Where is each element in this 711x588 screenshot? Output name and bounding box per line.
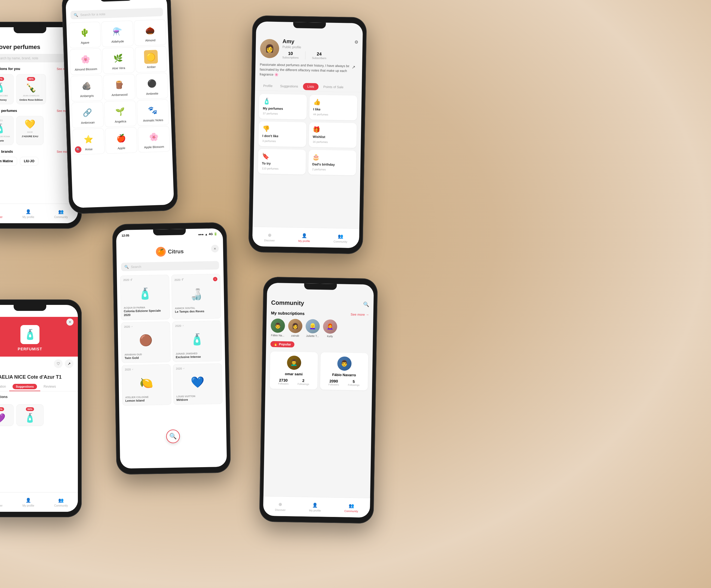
perfume-arabian-oud[interactable]: 2020 ♂ 🟤 ARABIAN OUD Twin Gold bbox=[121, 322, 171, 363]
ingredient-apple-blossom[interactable]: 🌸 Apple Blossom bbox=[137, 126, 170, 153]
nav-profile-6[interactable]: 👤 My profile bbox=[309, 502, 321, 512]
sub-avatar-juliette[interactable]: 👱‍♀️ Juliette T... bbox=[305, 319, 320, 337]
nav-profile-3[interactable]: 👤 My profile bbox=[298, 233, 310, 243]
popular-card-fabio[interactable]: 👨 Fábio Navarro 2090 Followers 5 Followi… bbox=[320, 352, 368, 390]
suggestion-2[interactable]: 84% 🧴 bbox=[16, 404, 44, 426]
fabio-followings-num: 5 bbox=[352, 379, 355, 384]
profile-nav-icon-6: 👤 bbox=[312, 502, 318, 508]
list-wishlist[interactable]: 🎁 Wishlist 16 perfumes bbox=[309, 122, 357, 148]
nav-profile-1[interactable]: 👤 My profile bbox=[22, 209, 34, 219]
omar-followings-stat: 2 Followings bbox=[298, 378, 309, 386]
ingredient-anise[interactable]: 🔍 ⭐ Anise bbox=[72, 128, 105, 155]
nav-community-1[interactable]: 👥 Community bbox=[54, 209, 68, 219]
list-i-dont-like[interactable]: 👎 I don't like 3 perfumes bbox=[258, 122, 306, 147]
gender-lv: ♂ bbox=[183, 367, 185, 370]
sub-name-fabio: Fábio Na... bbox=[271, 334, 284, 337]
perfume-img-4: 💛 bbox=[24, 119, 36, 129]
share-icon-perfumist[interactable]: ↗ bbox=[65, 360, 73, 368]
ingredient-almond[interactable]: 🌰 Almond bbox=[134, 19, 166, 46]
citrus-logo-icon: 🍊 bbox=[156, 247, 166, 257]
ingredient-aloe-vera[interactable]: 🌿 Aloe Vera bbox=[102, 47, 134, 74]
sub-avatar-fabio[interactable]: 👨 Fábio Na... bbox=[271, 319, 285, 337]
perfume-annick-goutal[interactable]: 2020 ⚥ + 🍶 ANNICK GOUTAL Le Temps des Re… bbox=[171, 274, 221, 319]
nav-discover-5[interactable]: ⊕ Discover bbox=[0, 497, 2, 507]
scan-search-button[interactable]: 🔍 bbox=[166, 430, 180, 443]
fabio-followers-num: 2090 bbox=[329, 379, 338, 384]
tab-suggestions-perfumist[interactable]: Suggestions bbox=[9, 383, 40, 391]
heart-icon[interactable]: ♡ bbox=[54, 360, 63, 368]
suggestions-section-label: Suggestions bbox=[0, 391, 78, 402]
lists-grid: 🧴 My perfumes 37 perfumes 👍 I like 44 pe… bbox=[254, 91, 362, 179]
i-like-icon: 👍 bbox=[313, 99, 353, 106]
omar-stats: 2730 Followers 2 Followings bbox=[274, 378, 314, 386]
perfume-ombre-rose[interactable]: 96% 🍾 JEAN-CHARLES Ombre Rose Edition bbox=[16, 74, 46, 104]
nav-discover-3[interactable]: ⊕ Discover bbox=[264, 232, 275, 242]
almond-icon: 🌰 bbox=[143, 23, 157, 37]
ingredient-animatic-notes[interactable]: 🐾 Animatic Notes bbox=[137, 100, 169, 126]
ingredient-aldehyde[interactable]: ⚗️ Aldehyde bbox=[101, 20, 134, 47]
ingredient-angelica[interactable]: 🌱 Angelica bbox=[104, 101, 136, 127]
settings-icon[interactable]: ⚙ bbox=[354, 40, 358, 45]
tab-suggestions[interactable]: Suggestions bbox=[276, 81, 302, 91]
brand-chip-2[interactable]: LIU·JO bbox=[20, 157, 39, 166]
amber-icon: 🟡 bbox=[144, 50, 158, 64]
perfume-acqua-di-parma[interactable]: 2020 ⚥ 🧴 ACQUA DI PARMA Colonia Edizione… bbox=[120, 275, 170, 320]
nav-community-3[interactable]: 👥 Community bbox=[333, 233, 347, 243]
list-my-perfumes[interactable]: 🧴 My perfumes 37 perfumes bbox=[259, 94, 307, 119]
perfume-pink-honey[interactable]: 97% 🧴 MARC JACOBS Pink Honey bbox=[0, 74, 14, 104]
perfume-atelier[interactable]: 2020 ♂ 🍋 ATELIER COLOGNE Lemon Island bbox=[122, 364, 172, 406]
ingredient-ambergris[interactable]: 🪨 Ambergris bbox=[70, 75, 103, 102]
citrus-search-bar[interactable]: 🔍 Search bbox=[121, 261, 219, 271]
tab-reviews-perfumist[interactable]: Reviews bbox=[40, 383, 59, 391]
perfume-louis-vuitton[interactable]: 2020 ♂ 💙 LOUIS VUITTON Météore bbox=[173, 364, 223, 405]
nav-community-5[interactable]: 👥 Community bbox=[54, 497, 68, 507]
brand-4: DIOR bbox=[27, 131, 33, 133]
search-bar-discover[interactable]: 🔍 Search by name, brand, note ⚙ bbox=[0, 54, 73, 62]
perfumist-close-btn[interactable]: ✕ bbox=[66, 319, 73, 326]
perfumist-perfume-name: AELIA NICE Cote d'Azur T1 bbox=[0, 371, 78, 380]
perfume-junaid[interactable]: 2020 ♂ 🧴 JUNAID JAMSHED Exclusive Intens… bbox=[172, 321, 222, 362]
year-junaid: 2020 ♂ bbox=[175, 324, 218, 327]
ingredient-agave[interactable]: 🌵 Agave bbox=[69, 22, 101, 48]
tab-information[interactable]: Information bbox=[0, 383, 9, 391]
sub-avatar-kelly[interactable]: 👩‍🦰 Kelly bbox=[323, 319, 337, 338]
notes-search-bar[interactable]: 🔍 Search for a note bbox=[70, 8, 163, 19]
list-to-try[interactable]: 🔖 To try 110 perfumes bbox=[258, 149, 306, 174]
tab-points-of-sale[interactable]: Points of Sale bbox=[320, 82, 348, 92]
bottom-nav-discover: ⊕ Discover 👤 My profile 👥 Community bbox=[0, 204, 78, 223]
ingredient-amberwood[interactable]: 🪵 Amberwood bbox=[103, 74, 135, 101]
nav-discover[interactable]: ⊕ Discover bbox=[0, 209, 2, 219]
suggestion-1[interactable]: 86% 💜 bbox=[0, 404, 14, 426]
nav-profile-5[interactable]: 👤 My profile bbox=[22, 497, 34, 507]
notch-3 bbox=[293, 22, 326, 28]
ingredient-ambroxan[interactable]: 🔗 Ambroxan bbox=[71, 102, 104, 128]
nav-community-6[interactable]: 👥 Community bbox=[344, 502, 358, 513]
img-atelier: 🍋 bbox=[125, 372, 168, 394]
ingredient-ambrette[interactable]: ⚫ Ambrette bbox=[136, 73, 168, 100]
nav-discover-6[interactable]: ⊕ Discover bbox=[275, 501, 286, 511]
suggestions-scroll-perfumist[interactable]: 86% 💜 84% 🧴 bbox=[0, 402, 78, 428]
year-annick: 2020 ⚥ + bbox=[174, 277, 217, 282]
tab-lists[interactable]: Lists bbox=[303, 83, 319, 90]
see-more-subscriptions[interactable]: See more → bbox=[351, 312, 369, 317]
fabio-name: Fábio Navarro bbox=[324, 372, 364, 377]
popular-card-omar[interactable]: 👨‍🦱 omar sami 2730 Followers 2 Following… bbox=[270, 351, 318, 390]
list-i-like[interactable]: 👍 I like 44 perfumes bbox=[309, 95, 358, 120]
ingredient-almond-blossom[interactable]: 🌸 Almond Blossom bbox=[69, 48, 102, 75]
brands-scroll[interactable]: Maison Matine LIU·JO bbox=[0, 155, 78, 168]
ingredient-amber[interactable]: 🟡 Amber bbox=[135, 46, 167, 73]
tab-profile[interactable]: Profile bbox=[259, 81, 277, 91]
name-2: Ombre Rose Edition bbox=[19, 99, 43, 101]
brand-chip-1[interactable]: Maison Matine bbox=[0, 157, 17, 166]
ingredient-apple[interactable]: 🍎 Apple bbox=[105, 127, 137, 154]
sub-avatar-zainab[interactable]: 👩 zainab bbox=[288, 319, 302, 337]
list-dads-birthday[interactable]: 🎂 Dad's birthday 2 perfumes bbox=[308, 150, 356, 175]
community-search-icon[interactable]: 🔍 bbox=[363, 301, 369, 307]
perfume-tagete[interactable]: 2011 🧴 PROFUMUM ROMA Tagete bbox=[0, 116, 14, 145]
year-lv: 2020 ♂ bbox=[176, 366, 219, 370]
name-1: Pink Honey bbox=[0, 99, 7, 101]
year-arabian: 2020 ♂ bbox=[124, 325, 167, 328]
bottom-nav-perfumist: ⊕ Discover 👤 My profile 👥 Community bbox=[0, 492, 78, 512]
add-icon-annick[interactable]: + bbox=[213, 277, 217, 281]
perfume-jadore[interactable]: 💛 DIOR J'ADORE EAU bbox=[16, 116, 44, 145]
